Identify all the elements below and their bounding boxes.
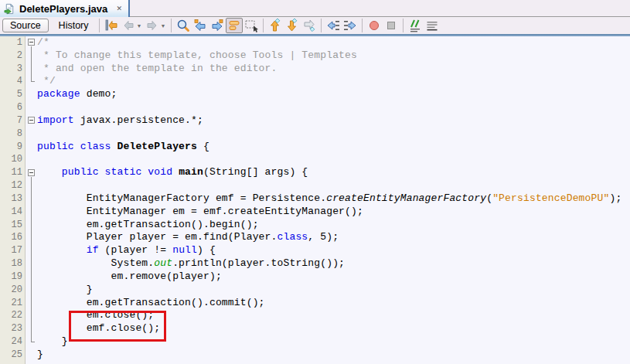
code-text: Player player = em.find(Player.class, 5)… (37, 231, 630, 244)
code-line: 4 */ (0, 75, 630, 88)
toggle-bookmark-icon[interactable] (301, 18, 318, 33)
find-icon[interactable] (175, 18, 192, 33)
collapse-minus-icon[interactable] (28, 117, 35, 124)
code-line: 10 (0, 153, 630, 166)
code-editor[interactable]: 1/*2 * To change this template, choose T… (0, 36, 630, 364)
line-number: 14 (0, 206, 26, 219)
code-text: em.getTransaction().commit(); (37, 297, 630, 310)
code-fold-column (26, 153, 37, 166)
code-line: 14 EntityManager em = emf.createEntityMa… (0, 206, 630, 219)
code-line: 9public class DeletePlayers { (0, 141, 630, 154)
line-number: 11 (0, 166, 26, 179)
line-number: 8 (0, 128, 26, 141)
code-line: 6 (0, 101, 630, 114)
tab-close-icon[interactable]: ✕ (114, 5, 124, 12)
code-line: 1/* (0, 36, 630, 49)
shift-line-left-icon[interactable] (325, 18, 342, 33)
code-fold-marker (26, 335, 37, 349)
code-line: 20 } (0, 284, 630, 297)
back-icon[interactable] (120, 18, 137, 33)
code-text: System.out.println(player.toString()); (37, 257, 630, 270)
code-line: 17 if (player != null) { (0, 244, 630, 257)
code-text: } (37, 335, 630, 349)
code-line: 21 em.getTransaction().commit(); (0, 297, 630, 310)
code-fold-marker (26, 192, 37, 206)
uncomment-icon[interactable] (424, 18, 441, 33)
line-number: 23 (0, 322, 26, 335)
line-number: 25 (0, 349, 26, 362)
code-fold-marker (26, 284, 37, 297)
code-text (37, 179, 630, 192)
code-fold-marker (26, 231, 37, 244)
code-text: em.remove(player); (37, 270, 630, 284)
line-number: 9 (0, 141, 26, 154)
code-fold-marker (26, 179, 37, 192)
code-line: 18 System.out.println(player.toString())… (0, 257, 630, 270)
code-fold-column (26, 141, 37, 154)
collapse-minus-icon[interactable] (28, 39, 35, 46)
code-fold-marker (26, 322, 37, 335)
code-text: */ (37, 75, 630, 88)
code-line: 16 Player player = em.find(Player.class,… (0, 231, 630, 244)
code-fold-marker[interactable] (26, 36, 37, 49)
toolbar-separator (321, 19, 322, 32)
toolbar-separator (263, 19, 264, 32)
toggle-highlight-search-icon[interactable] (226, 18, 243, 33)
code-line: 7import javax.persistence.*; (0, 114, 630, 128)
code-text: emf.close(); (37, 322, 630, 335)
find-previous-icon[interactable] (192, 18, 209, 33)
code-fold-marker (26, 75, 37, 88)
last-edit-location-icon[interactable] (103, 18, 120, 33)
tab-deleteplayers-java[interactable]: DeletePlayers.java ✕ (0, 0, 130, 17)
stop-macro-recording-icon[interactable] (383, 18, 400, 33)
line-number: 5 (0, 88, 26, 101)
line-number: 17 (0, 244, 26, 257)
code-text: /* (37, 36, 630, 49)
history-view-button[interactable]: History (52, 19, 96, 32)
code-fold-marker (26, 49, 37, 63)
editor-tab-bar: DeletePlayers.java ✕ (0, 0, 630, 17)
code-line: 24 } (0, 335, 630, 349)
code-text: EntityManager em = emf.createEntityManag… (37, 206, 630, 219)
line-number: 15 (0, 219, 26, 232)
previous-bookmark-icon[interactable] (267, 18, 284, 33)
java-file-icon (4, 3, 15, 15)
forward-icon[interactable] (144, 18, 161, 33)
source-view-button[interactable]: Source (2, 19, 49, 32)
back-dropdown-icon[interactable]: ▼ (137, 23, 144, 29)
code-text: if (player != null) { (37, 244, 630, 257)
code-text: EntityManagerFactory emf = Persistence.c… (37, 192, 630, 206)
code-text: package demo; (37, 88, 630, 101)
code-line: 5package demo; (0, 88, 630, 101)
next-bookmark-icon[interactable] (284, 18, 301, 33)
code-fold-marker (26, 309, 37, 322)
code-fold-marker (26, 244, 37, 257)
line-number: 2 (0, 49, 26, 63)
toggle-rectangular-selection-icon[interactable] (243, 18, 260, 33)
code-text: } (37, 349, 630, 362)
toolbar-separator (403, 19, 404, 32)
find-next-icon[interactable] (209, 18, 226, 33)
line-number: 16 (0, 231, 26, 244)
code-fold-column (26, 349, 37, 362)
code-line: 23 emf.close(); (0, 322, 630, 335)
collapse-minus-icon[interactable] (28, 169, 35, 176)
code-fold-marker[interactable] (26, 166, 37, 179)
line-number: 19 (0, 270, 26, 284)
toolbar-separator (99, 19, 100, 32)
tab-bar-filler (130, 0, 630, 17)
start-macro-recording-icon[interactable] (366, 18, 383, 33)
code-line: 13 EntityManagerFactory emf = Persistenc… (0, 192, 630, 206)
code-fold-column (26, 101, 37, 114)
code-line: 2 * To change this template, choose Tool… (0, 49, 630, 63)
editor-toolbar: Source History ▼ ▼ (0, 17, 630, 34)
comment-icon[interactable] (407, 18, 424, 33)
code-text: em.close(); (37, 309, 630, 322)
code-line: 3 * and open the template in the editor. (0, 63, 630, 76)
code-text: em.getTransaction().begin(); (37, 219, 630, 232)
code-text: * To change this template, choose Tools … (37, 49, 630, 63)
forward-dropdown-icon[interactable]: ▼ (161, 23, 168, 29)
shift-line-right-icon[interactable] (342, 18, 359, 33)
code-fold-marker[interactable] (26, 114, 37, 128)
code-line: 12 (0, 179, 630, 192)
